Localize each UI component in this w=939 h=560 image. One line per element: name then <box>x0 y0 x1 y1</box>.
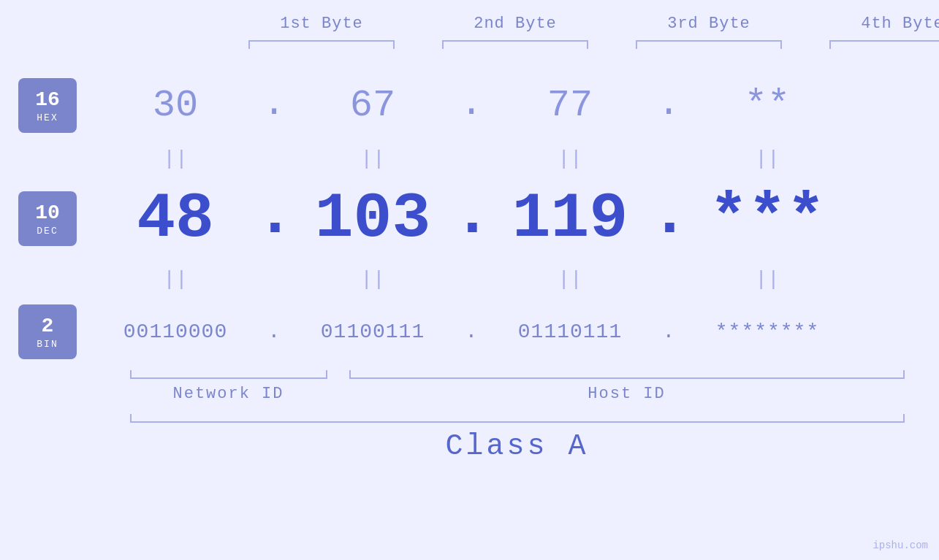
dec-badge: 10 DEC <box>18 191 77 246</box>
bracket-spacer <box>327 370 349 403</box>
dot-dec-2: . <box>453 179 490 251</box>
dot-bin-1: . <box>256 321 292 343</box>
dec-val-1: 48 <box>137 183 214 255</box>
top-bracket-3 <box>636 40 782 49</box>
top-bracket-1 <box>248 40 395 49</box>
top-bracket-4 <box>829 40 939 49</box>
dot-dec-1: . <box>256 179 292 251</box>
dot-dec-3: . <box>650 179 687 251</box>
bin-val-4: ******** <box>715 321 819 343</box>
dot-hex-1: . <box>256 83 292 126</box>
bin-row: 2 BIN 00110000 . 01100111 . 01110111 . *… <box>0 297 939 367</box>
dot-bin-3: . <box>650 321 687 343</box>
id-brackets: Network ID Host ID <box>130 370 905 403</box>
hex-row: 16 HEX 30 . 67 . 77 . ** <box>0 71 939 140</box>
eq-4: || <box>687 147 848 170</box>
hex-badge: 16 HEX <box>18 78 77 133</box>
class-label: Class A <box>130 430 905 463</box>
bin-val-1: 00110000 <box>123 321 227 343</box>
all-bracket-line <box>130 414 905 423</box>
hex-val-4: ** <box>745 84 790 127</box>
eq-6: || <box>292 268 453 291</box>
host-id-label: Host ID <box>588 385 665 403</box>
dot-hex-3: . <box>650 83 687 126</box>
dec-val-3: 119 <box>512 183 628 255</box>
watermark: ipshu.com <box>873 540 928 551</box>
eq-2: || <box>292 147 453 170</box>
network-id-section: Network ID <box>130 370 327 403</box>
equals-row-1: || || || || <box>0 140 939 177</box>
dot-hex-2: . <box>453 83 490 126</box>
byte-header-1: 1st Byte <box>241 15 402 33</box>
hex-val-3: 77 <box>547 84 593 127</box>
equals-row-2: || || || || <box>0 261 939 297</box>
main-container: 1st Byte 2nd Byte 3rd Byte 4th Byte 16 H… <box>0 0 939 560</box>
top-bracket-2 <box>442 40 588 49</box>
eq-1: || <box>95 147 256 170</box>
dot-bin-2: . <box>453 321 490 343</box>
network-id-bracket-line <box>130 370 327 379</box>
hex-val-1: 30 <box>153 84 198 127</box>
bin-badge: 2 BIN <box>18 304 77 359</box>
host-id-bracket-line <box>349 370 905 379</box>
host-id-section: Host ID <box>349 370 905 403</box>
eq-5: || <box>95 268 256 291</box>
dec-row: 10 DEC 48 . 103 . 119 . *** <box>0 177 939 261</box>
network-id-label: Network ID <box>172 385 284 403</box>
dec-val-4: *** <box>710 183 825 255</box>
all-bracket <box>130 414 905 423</box>
eq-3: || <box>490 147 650 170</box>
bin-val-2: 01100111 <box>321 321 425 343</box>
byte-header-2: 2nd Byte <box>435 15 596 33</box>
hex-val-2: 67 <box>350 84 395 127</box>
dec-val-2: 103 <box>315 183 430 255</box>
byte-header-4: 4th Byte <box>822 15 939 33</box>
eq-7: || <box>490 268 650 291</box>
byte-header-3: 3rd Byte <box>628 15 789 33</box>
eq-8: || <box>687 268 848 291</box>
bin-val-3: 01110111 <box>518 321 622 343</box>
